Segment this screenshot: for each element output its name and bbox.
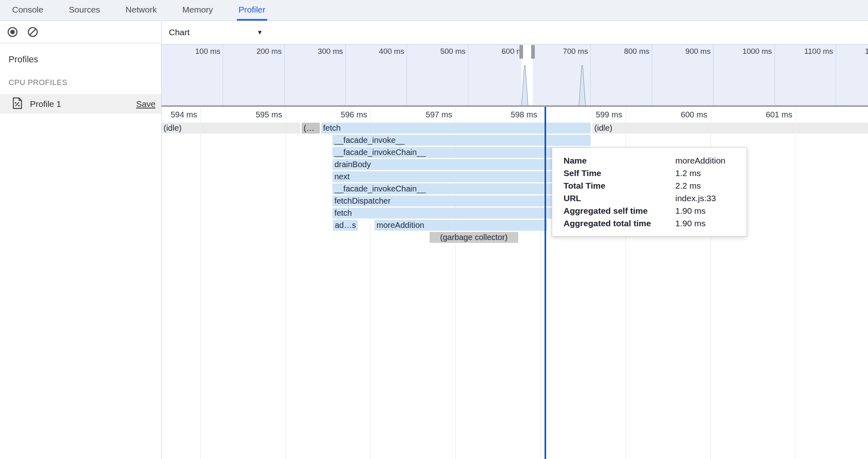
flame-bar-ad-s[interactable]: ad…s [333, 220, 358, 231]
flame-bar-moreaddition[interactable]: moreAddition [374, 220, 547, 231]
tooltip-row-label: URL [564, 192, 675, 204]
tooltip-row-label: Aggregated total time [564, 217, 675, 230]
chevron-down-icon: ▼ [257, 29, 263, 36]
save-profile-link[interactable]: Save [136, 99, 155, 109]
chart-toolbar: Chart ▼ [162, 21, 868, 43]
flame-bar-facade-invoke[interactable]: __facade_invoke__ [332, 135, 591, 146]
tooltip-row-value: 1.90 ms [675, 204, 735, 217]
flame-tick-label: 597 ms [404, 110, 452, 119]
tooltip-row-value: 1.90 ms [675, 217, 735, 230]
tab-sources[interactable]: Sources [67, 0, 102, 21]
flame-bar-[interactable]: (… [302, 123, 320, 134]
profile-document-icon [12, 97, 23, 111]
flame-bar-idle[interactable]: (idle) [592, 123, 868, 134]
flame-tick-label: 599 ms [574, 110, 622, 119]
view-mode-select[interactable]: Chart ▼ [169, 28, 263, 37]
flame-bar-garbage-collector[interactable]: (garbage collector) [430, 232, 518, 243]
flame-tick-label: 598 ms [489, 110, 537, 119]
flame-chart[interactable]: 594 ms595 ms596 ms597 ms598 ms599 ms600 … [162, 107, 868, 459]
flame-tick-label: 596 ms [319, 110, 367, 119]
flame-gridline [200, 108, 201, 459]
tooltip-row-label: Total Time [564, 179, 675, 192]
tooltip-row-value: 1.2 ms [675, 167, 735, 179]
flame-gridline [796, 108, 796, 459]
profiles-sidebar: Profiles CPU PROFILES Profile 1 Save [0, 21, 162, 459]
flame-tick-label: 600 ms [659, 110, 707, 119]
devtools-tab-bar: ConsoleSourcesNetworkMemoryProfiler [0, 0, 868, 21]
tab-console[interactable]: Console [11, 0, 45, 21]
flame-bar-idle[interactable]: (idle) [162, 123, 300, 134]
profile-name: Profile 1 [30, 99, 61, 109]
tooltip-row-value: 2.2 ms [675, 179, 735, 192]
flame-tick-label: 594 ms [162, 110, 197, 119]
tooltip-row-label: Name [564, 154, 675, 167]
profiler-chart-panel: Chart ▼ 100 ms200 ms300 ms400 ms500 ms60… [162, 21, 868, 459]
tab-profiler[interactable]: Profiler [237, 0, 267, 21]
tooltip-row-value: moreAddition [675, 154, 735, 167]
flame-gridline [285, 108, 286, 459]
profiles-heading: Profiles [9, 54, 38, 65]
clear-icon[interactable] [26, 25, 40, 39]
tooltip-row-label: Self Time [564, 167, 675, 179]
profile-list-item[interactable]: Profile 1 Save [0, 94, 161, 114]
flame-tick-label: 601 ms [744, 110, 792, 119]
view-mode-value: Chart [169, 28, 189, 37]
frame-tooltip: NamemoreAdditionSelf Time1.2 msTotal Tim… [552, 147, 747, 236]
tab-network[interactable]: Network [124, 0, 158, 21]
cpu-activity-spikes [162, 45, 868, 105]
flame-bar-fetch[interactable]: fetch [321, 123, 591, 134]
current-time-marker [545, 107, 546, 459]
tab-memory[interactable]: Memory [181, 0, 215, 21]
flame-tick-label: 595 ms [234, 110, 282, 119]
profiles-toolbar [0, 21, 161, 43]
cpu-profiles-section-heading: CPU PROFILES [9, 78, 67, 87]
tooltip-row-value: index.js:33 [675, 192, 735, 204]
record-icon[interactable] [6, 25, 19, 39]
timeline-overview[interactable]: 100 ms200 ms300 ms400 ms500 ms600 ms700 … [162, 44, 868, 105]
tooltip-row-label: Aggregated self time [564, 204, 675, 217]
